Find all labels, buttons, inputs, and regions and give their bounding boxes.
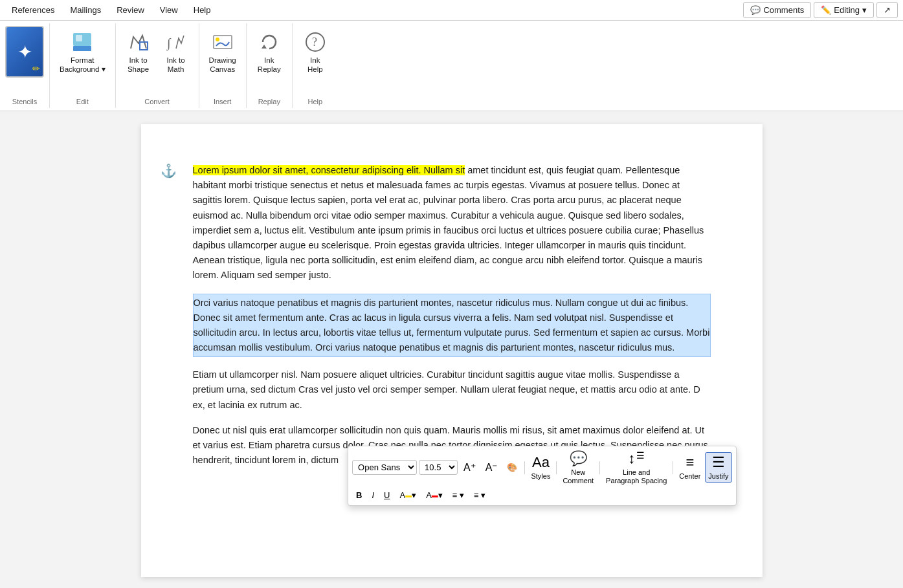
drawing-canvas-label: DrawingCanvas (209, 56, 236, 74)
font-color-button[interactable]: A ▬ ▾ (422, 488, 447, 503)
menu-items: References Mailings Review View Help (5, 3, 217, 17)
edit-label: Edit (76, 95, 89, 105)
top-right-controls: 💬 Comments ✏️ Editing ▾ ↗ (743, 2, 898, 18)
stencil-star-icon: ✦ (17, 41, 32, 63)
justify-label: Justify (708, 472, 728, 481)
chevron-down-icon: ▾ (862, 5, 867, 15)
mini-toolbar-inner: Open Sans 10.5 A⁺ A⁻ 🎨 Aa Styles (352, 449, 731, 503)
share-icon: ↗ (884, 5, 891, 15)
line-spacing-button[interactable]: ↕☰ Line andParagraph Spacing (603, 449, 669, 486)
ink-to-shape-icon (126, 29, 151, 55)
ink-replay-icon (256, 29, 282, 55)
numbering-button[interactable]: ≡ ▾ (470, 488, 489, 503)
ink-help-button[interactable]: ? InkHelp (298, 26, 333, 78)
highlight-color-button[interactable]: A ▬ ▾ (396, 488, 421, 503)
help-label: Help (307, 95, 322, 105)
ink-to-math-icon: ∫ (163, 29, 189, 55)
help-items: ? InkHelp (298, 26, 333, 95)
anchor-icon: ⚓ (161, 163, 177, 179)
divider-4 (673, 461, 673, 474)
font-size-select[interactable]: 10.5 (419, 460, 458, 475)
ribbon-group-stencils: ✦ ✏ Stencils (0, 23, 50, 108)
format-background-label: FormatBackground ▾ (60, 56, 106, 74)
insert-items: DrawingCanvas (205, 26, 241, 95)
ribbon-group-replay: InkReplay Replay (247, 23, 293, 108)
highlight-dropdown-icon: ▾ (412, 490, 416, 500)
highlight-color-swatch: ▬ (405, 492, 412, 499)
drawing-canvas-button[interactable]: DrawingCanvas (205, 26, 241, 78)
justify-icon: ☰ (712, 454, 725, 471)
paragraph-2: Orci varius natoque penatibus et magnis … (193, 294, 711, 358)
center-label: Center (679, 472, 700, 481)
font-color-dropdown-icon: ▾ (438, 490, 443, 500)
italic-button[interactable]: I (368, 488, 378, 503)
font-color-swatch: ▬ (432, 492, 438, 499)
bullets-button[interactable]: ≡ ▾ (449, 488, 468, 503)
ribbon-group-insert: DrawingCanvas Insert (199, 23, 247, 108)
ink-to-shape-button[interactable]: Ink toShape (121, 26, 156, 78)
menu-bar: References Mailings Review View Help 💬 C… (0, 0, 903, 21)
convert-items: Ink toShape ∫ Ink toMath (121, 26, 194, 95)
menu-mailings[interactable]: Mailings (63, 3, 107, 17)
ink-help-label: InkHelp (307, 56, 323, 74)
decrease-font-button[interactable]: A⁻ (482, 459, 502, 476)
ink-replay-button[interactable]: InkReplay (252, 26, 287, 78)
highlighted-text: Lorem ipsum dolor sit amet, consectetur … (193, 165, 465, 175)
ribbon: ✦ ✏ Stencils FormatBackground ▾ Edit (0, 21, 903, 111)
replay-label: Replay (258, 95, 280, 105)
convert-label: Convert (144, 95, 170, 105)
justify-button[interactable]: ☰ Justify (705, 452, 731, 483)
divider-2 (556, 461, 557, 474)
font-family-select[interactable]: Open Sans (352, 460, 417, 475)
center-align-button[interactable]: ≡ Center (676, 453, 703, 482)
stencil-pencil-icon: ✏ (32, 63, 40, 74)
font-format-button[interactable]: 🎨 (503, 460, 521, 475)
styles-label: Styles (531, 472, 550, 481)
bold-button[interactable]: B (352, 488, 366, 503)
ink-to-math-label: Ink toMath (167, 56, 185, 74)
pencil-icon: ✏️ (821, 5, 831, 15)
underline-button[interactable]: U (380, 488, 394, 503)
ink-to-math-button[interactable]: ∫ Ink toMath (159, 26, 194, 78)
mini-toolbar-row1: Open Sans 10.5 A⁺ A⁻ 🎨 Aa Styles (352, 449, 731, 486)
stencils-label: Stencils (12, 95, 38, 105)
line-spacing-icon: ↕☰ (628, 450, 645, 467)
menu-view[interactable]: View (153, 3, 184, 17)
styles-button[interactable]: Aa Styles (528, 453, 553, 482)
divider-3 (599, 461, 600, 474)
share-button[interactable]: ↗ (876, 2, 898, 18)
svg-point-6 (216, 38, 219, 41)
svg-rect-3 (140, 42, 148, 50)
increase-font-button[interactable]: A⁺ (460, 459, 480, 476)
ribbon-group-edit: FormatBackground ▾ Edit (50, 23, 116, 108)
insert-label: Insert (214, 95, 232, 105)
svg-text:∫: ∫ (166, 36, 172, 51)
stencils-button[interactable]: ✦ ✏ (5, 26, 44, 78)
menu-review[interactable]: Review (110, 3, 151, 17)
mini-toolbar: Open Sans 10.5 A⁺ A⁻ 🎨 Aa Styles (348, 446, 736, 506)
menu-references[interactable]: References (5, 3, 61, 17)
paragraph-1: Lorem ipsum dolor sit amet, consectetur … (193, 163, 711, 283)
line-spacing-label: Line andParagraph Spacing (606, 468, 667, 485)
format-background-icon (69, 29, 95, 55)
styles-icon: Aa (532, 454, 550, 471)
ink-to-shape-label: Ink toShape (128, 56, 149, 74)
new-comment-button[interactable]: 💬 NewComment (560, 449, 596, 486)
divider-1 (524, 461, 525, 474)
comments-button[interactable]: 💬 Comments (743, 2, 811, 18)
comments-icon: 💬 (750, 5, 761, 15)
format-background-button[interactable]: FormatBackground ▾ (55, 26, 110, 78)
document-area: ⚓ Lorem ipsum dolor sit amet, consectetu… (0, 111, 903, 588)
center-icon: ≡ (686, 454, 694, 471)
svg-rect-2 (76, 35, 82, 41)
ink-help-icon: ? (302, 29, 328, 55)
stencils-items: ✦ ✏ (5, 26, 44, 95)
svg-marker-7 (262, 45, 267, 49)
ink-replay-label: InkReplay (258, 56, 281, 74)
edit-items: FormatBackground ▾ (55, 26, 110, 95)
editing-button[interactable]: ✏️ Editing ▾ (814, 2, 874, 18)
menu-help[interactable]: Help (187, 3, 217, 17)
new-comment-label: NewComment (563, 468, 594, 485)
mini-toolbar-row2: B I U A ▬ ▾ A ▬ ▾ ≡ ▾ ≡ ▾ (352, 488, 731, 503)
svg-text:?: ? (312, 36, 317, 49)
